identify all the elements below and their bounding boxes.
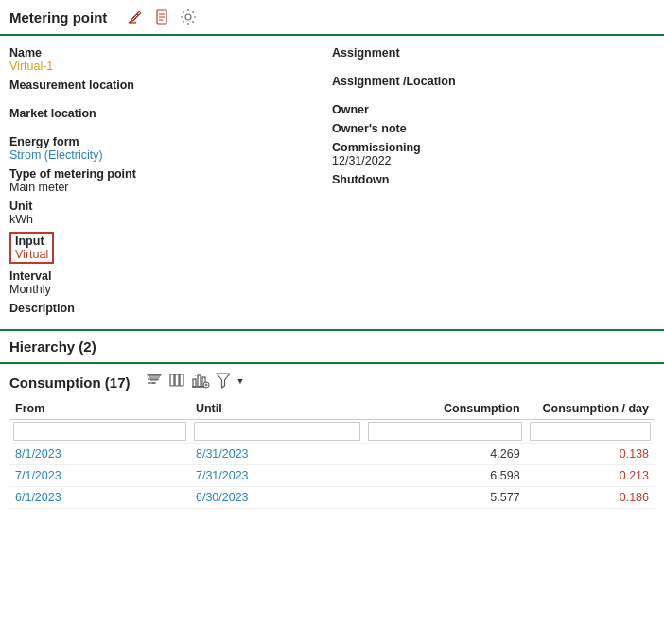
- field-measurement-location: Measurement location: [9, 76, 332, 95]
- owners-note-label: Owner's note: [332, 122, 655, 135]
- row1-perday: 0.138: [526, 444, 655, 465]
- edit-icon[interactable]: [126, 8, 145, 26]
- field-name: Name Virtual-1: [9, 44, 332, 76]
- metering-icons: [126, 8, 198, 26]
- field-type: Type of metering point Main meter: [9, 165, 332, 197]
- row2-from: 7/1/2023: [9, 465, 190, 487]
- table-header-row: From Until Consumption Consumption / day: [9, 398, 655, 420]
- svg-rect-16: [180, 374, 183, 386]
- field-market-location: Market location: [9, 104, 332, 123]
- consumption-header: Consumption (17): [9, 372, 655, 392]
- metering-fields: Name Virtual-1 Measurement location Mark…: [0, 36, 664, 329]
- chart-icon[interactable]: [191, 372, 210, 392]
- filter-until-input[interactable]: [194, 422, 360, 441]
- field-interval: Interval Monthly: [9, 267, 332, 299]
- row1-consumption: 4.269: [364, 444, 526, 465]
- consumption-toolbar: ▼: [146, 372, 245, 392]
- filter-from-cell: [9, 420, 190, 444]
- assignment-location-label: Assignment /Location: [332, 75, 655, 88]
- sort-arrow-icon: ▼: [236, 376, 245, 386]
- col-until-header: Until: [190, 398, 364, 420]
- field-shutdown: Shutdown: [332, 170, 655, 189]
- metering-header: Metering point: [0, 0, 664, 36]
- document-icon[interactable]: [152, 8, 171, 26]
- type-value: Main meter: [9, 181, 332, 194]
- hierarchy-title: Hierarchy (2): [9, 339, 96, 355]
- funnel-filter-icon[interactable]: [216, 372, 231, 392]
- field-owners-note: Owner's note: [332, 119, 655, 138]
- row3-perday: 0.186: [526, 487, 655, 509]
- row3-from: 6/1/2023: [9, 487, 190, 509]
- metering-point-section: Metering point: [0, 0, 664, 329]
- row2-consumption: 6.598: [364, 465, 526, 487]
- filter-until-cell: [190, 420, 364, 444]
- consumption-title: Consumption (17): [9, 374, 131, 391]
- columns-icon[interactable]: [168, 372, 185, 392]
- svg-point-5: [185, 14, 191, 20]
- interval-value: Monthly: [9, 283, 332, 296]
- owner-label: Owner: [332, 103, 655, 116]
- description-label: Description: [9, 302, 332, 315]
- row2-until: 7/31/2023: [190, 465, 364, 487]
- input-value: Virtual: [15, 248, 48, 261]
- name-value: Virtual-1: [9, 60, 332, 73]
- filter-perday-input[interactable]: [530, 422, 651, 441]
- svg-rect-18: [198, 375, 201, 387]
- filter-consumption-cell: [364, 420, 526, 444]
- commissioning-label: Commissioning: [332, 141, 655, 154]
- field-energy-form: Energy form Strom (Electricity): [9, 132, 332, 165]
- metering-title: Metering point: [9, 9, 107, 26]
- row3-until: 6/30/2023: [190, 487, 364, 509]
- name-label: Name: [9, 46, 332, 60]
- svg-line-21: [195, 375, 196, 376]
- field-unit: Unit kWh: [9, 197, 332, 229]
- market-location-label: Market location: [9, 107, 332, 120]
- row1-until: 8/31/2023: [190, 444, 364, 465]
- consumption-section: Consumption (17): [0, 362, 664, 509]
- col-from-header: From: [9, 398, 190, 420]
- filter-consumption-input[interactable]: [368, 422, 522, 441]
- row1-from: 8/1/2023: [9, 444, 190, 465]
- field-description: Description: [9, 299, 332, 318]
- svg-rect-15: [175, 374, 179, 386]
- field-owner: Owner: [332, 100, 655, 119]
- assignment-label: Assignment: [332, 46, 655, 60]
- type-label: Type of metering point: [9, 167, 332, 181]
- field-assignment: Assignment: [332, 44, 655, 62]
- energy-form-value: Strom (Electricity): [9, 148, 332, 162]
- table-row: 8/1/2023 8/31/2023 4.269 0.138: [9, 444, 655, 465]
- filter-list-icon[interactable]: [146, 372, 163, 392]
- field-commissioning: Commissioning 12/31/2022: [332, 138, 655, 170]
- row3-consumption: 5.577: [364, 487, 526, 509]
- unit-value: kWh: [9, 213, 332, 226]
- field-input-wrapper: Input Virtual: [9, 229, 332, 267]
- svg-rect-17: [193, 379, 196, 387]
- table-row: 6/1/2023 6/30/2023 5.577 0.186: [9, 487, 655, 509]
- interval-label: Interval: [9, 270, 332, 283]
- filter-row: [9, 420, 655, 444]
- row2-perday: 0.213: [526, 465, 655, 487]
- measurement-location-label: Measurement location: [9, 78, 332, 92]
- unit-label: Unit: [9, 200, 332, 213]
- consumption-table: From Until Consumption Consumption / day: [9, 398, 655, 509]
- table-row: 7/1/2023 7/31/2023 6.598 0.213: [9, 465, 655, 487]
- svg-rect-14: [170, 374, 174, 386]
- settings-icon[interactable]: [179, 8, 198, 26]
- energy-form-label: Energy form: [9, 135, 332, 148]
- shutdown-label: Shutdown: [332, 173, 655, 186]
- commissioning-value: 12/31/2022: [332, 154, 655, 167]
- field-assignment-location: Assignment /Location: [332, 72, 655, 91]
- hierarchy-section: Hierarchy (2): [0, 329, 664, 362]
- filter-from-input[interactable]: [13, 422, 186, 441]
- input-label: Input: [15, 235, 48, 248]
- col-perday-header: Consumption / day: [526, 398, 655, 420]
- field-input-highlighted: Input Virtual: [9, 232, 54, 264]
- col-consumption-header: Consumption: [364, 398, 526, 420]
- filter-perday-cell: [526, 420, 655, 444]
